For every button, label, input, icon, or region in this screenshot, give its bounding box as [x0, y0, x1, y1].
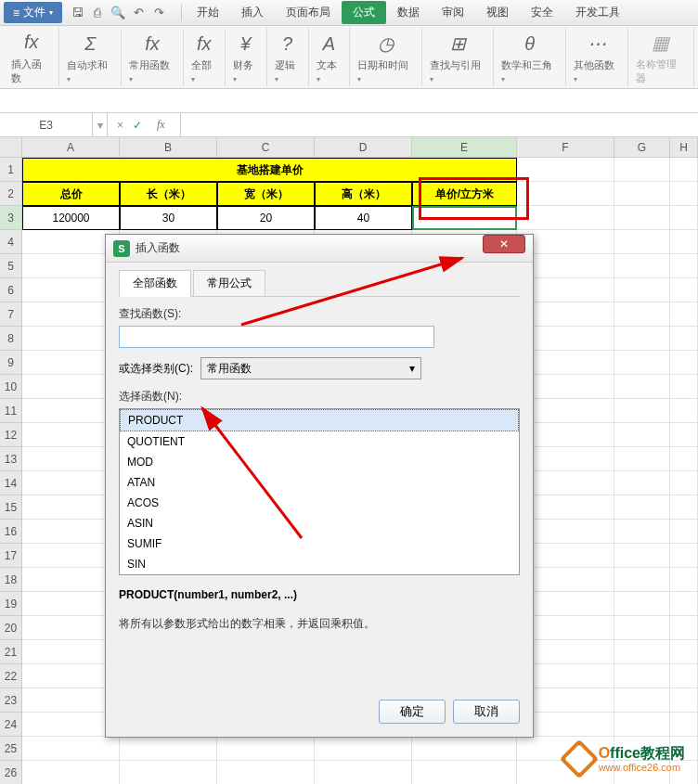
cell-G4[interactable] [614, 230, 670, 254]
col-header-A[interactable]: A [22, 137, 120, 158]
cell-H17[interactable] [670, 544, 698, 568]
row-header-10[interactable]: 10 [0, 375, 22, 399]
cell-G21[interactable] [614, 640, 670, 664]
cell-E25[interactable] [412, 737, 517, 761]
ribbon-group-0[interactable]: fx插入函数 [4, 28, 59, 86]
row-header-4[interactable]: 4 [0, 230, 22, 254]
cell-H14[interactable] [670, 471, 698, 495]
function-item-atan[interactable]: ATAN [120, 472, 519, 493]
cell-H10[interactable] [670, 375, 698, 399]
row-header-16[interactable]: 16 [0, 520, 22, 544]
function-listbox[interactable]: PRODUCTQUOTIENTMODATANACOSASINSUMIFSIN [119, 408, 520, 575]
cell-D3[interactable]: 40 [315, 206, 412, 230]
cell-D2[interactable]: 高（米） [315, 182, 412, 206]
enter-formula-icon[interactable]: ✓ [133, 119, 142, 132]
cell-B2[interactable]: 长（米） [120, 182, 217, 206]
cell-G16[interactable] [614, 520, 670, 544]
ribbon-group-10[interactable]: ⋯其他函数 [566, 28, 628, 86]
cell-A2[interactable]: 总价 [22, 182, 120, 206]
cell-G7[interactable] [614, 302, 670, 327]
cell-G22[interactable] [614, 664, 670, 688]
cell-B26[interactable] [120, 761, 217, 784]
ribbon-group-7[interactable]: ◷日期和时间 [350, 28, 422, 86]
row-header-20[interactable]: 20 [0, 616, 22, 640]
row-header-9[interactable]: 9 [0, 351, 22, 375]
ribbon-group-1[interactable]: Σ自动求和 [59, 28, 122, 86]
cell-H7[interactable] [670, 302, 698, 327]
cell-G9[interactable] [614, 351, 670, 375]
cell-H11[interactable] [670, 399, 698, 423]
function-item-sin[interactable]: SIN [120, 554, 519, 574]
formula-input[interactable] [181, 113, 698, 136]
name-box[interactable]: E3 [0, 113, 93, 136]
ribbon-group-5[interactable]: ?逻辑 [267, 28, 309, 86]
cell-H13[interactable] [670, 447, 698, 471]
cell-F1[interactable] [517, 158, 614, 182]
cell-H8[interactable] [670, 327, 698, 351]
cell-B3[interactable]: 30 [120, 206, 217, 230]
cell-G10[interactable] [614, 375, 670, 399]
cell-G8[interactable] [614, 327, 670, 351]
cell-E2[interactable]: 单价/立方米 [412, 182, 517, 206]
function-item-sumif[interactable]: SUMIF [120, 533, 519, 554]
col-header-G[interactable]: G [614, 137, 670, 158]
row-header-5[interactable]: 5 [0, 254, 22, 278]
row-header-7[interactable]: 7 [0, 302, 22, 327]
ok-button[interactable]: 确定 [379, 700, 446, 724]
row-header-24[interactable]: 24 [0, 713, 22, 737]
cancel-button[interactable]: 取消 [453, 700, 520, 724]
cell-H12[interactable] [670, 423, 698, 447]
ribbon-group-4[interactable]: ¥财务 [226, 28, 267, 86]
cell-A26[interactable] [22, 761, 120, 784]
redo-icon[interactable]: ↷ [151, 6, 166, 20]
cell-H15[interactable] [670, 495, 698, 520]
col-header-B[interactable]: B [120, 137, 217, 158]
row-header-25[interactable]: 25 [0, 737, 22, 761]
cell-A25[interactable] [22, 737, 120, 761]
col-header-E[interactable]: E [412, 137, 517, 158]
row-header-15[interactable]: 15 [0, 495, 22, 520]
menu-tab-2[interactable]: 页面布局 [275, 1, 342, 24]
row-header-21[interactable]: 21 [0, 640, 22, 664]
cell-H22[interactable] [670, 664, 698, 688]
menu-tab-4[interactable]: 数据 [386, 1, 431, 24]
row-header-14[interactable]: 14 [0, 471, 22, 495]
menu-tab-1[interactable]: 插入 [230, 1, 275, 24]
cell-C3[interactable]: 20 [217, 206, 315, 230]
cell-G23[interactable] [614, 688, 670, 713]
dialog-tab-1[interactable]: 常用公式 [193, 270, 265, 297]
row-header-26[interactable]: 26 [0, 761, 22, 784]
menu-tab-0[interactable]: 开始 [186, 1, 230, 24]
row-header-19[interactable]: 19 [0, 592, 22, 616]
menu-tab-7[interactable]: 安全 [520, 1, 564, 24]
dialog-titlebar[interactable]: S 插入函数 ✕ [106, 235, 533, 263]
cell-H4[interactable] [670, 230, 698, 254]
cell-H5[interactable] [670, 254, 698, 278]
menu-tab-6[interactable]: 视图 [475, 1, 520, 24]
cell-H16[interactable] [670, 520, 698, 544]
fx-icon[interactable]: fx [151, 118, 171, 132]
cell-H23[interactable] [670, 688, 698, 713]
cell-H18[interactable] [670, 568, 698, 592]
menu-tab-5[interactable]: 审阅 [431, 1, 475, 24]
cell-G18[interactable] [614, 568, 670, 592]
row-header-2[interactable]: 2 [0, 182, 22, 206]
cell-H24[interactable] [670, 713, 698, 737]
name-box-dropdown-icon[interactable]: ▾ [93, 113, 108, 136]
cell-G20[interactable] [614, 616, 670, 640]
cell-H9[interactable] [670, 351, 698, 375]
print-icon[interactable]: ⎙ [90, 6, 105, 20]
cell-G11[interactable] [614, 399, 670, 423]
row-header-18[interactable]: 18 [0, 568, 22, 592]
cell-C26[interactable] [217, 761, 315, 784]
dialog-tab-0[interactable]: 全部函数 [119, 270, 191, 297]
ribbon-group-9[interactable]: θ数学和三角 [494, 28, 566, 86]
cell-D26[interactable] [315, 761, 412, 784]
close-button[interactable]: ✕ [483, 235, 525, 253]
save-icon[interactable]: 🖫 [70, 6, 84, 20]
cell-A1[interactable]: 基地搭建单价 [22, 158, 517, 182]
ribbon-group-8[interactable]: ⊞查找与引用 [422, 28, 495, 86]
file-menu-button[interactable]: 文件 [4, 2, 62, 23]
search-input[interactable] [119, 326, 434, 348]
row-header-22[interactable]: 22 [0, 664, 22, 688]
